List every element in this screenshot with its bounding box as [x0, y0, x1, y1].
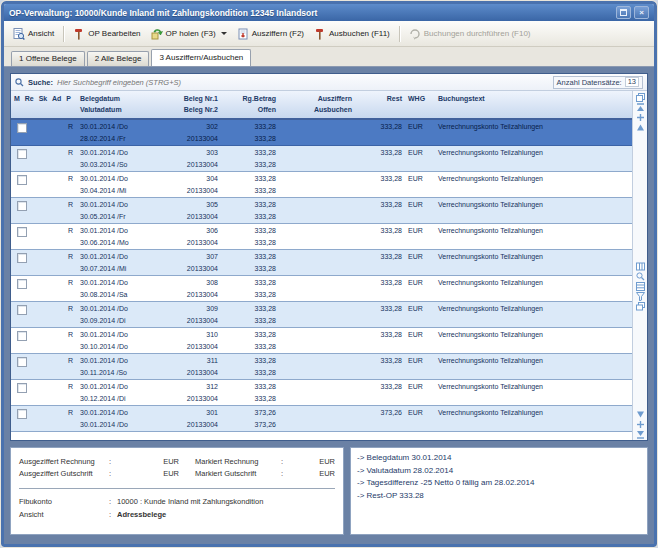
page-up-icon[interactable]	[635, 112, 646, 122]
row-dates: 30.01.2014 /Do30.08.2014 /Sa	[77, 276, 165, 301]
document-table: Suche: Anzahl Datensätze: 13 M Re Sk Ad …	[10, 73, 648, 441]
row-flag: R	[31, 380, 77, 405]
scroll-down-icon[interactable]	[635, 409, 646, 419]
row-checkbox[interactable]	[17, 175, 27, 185]
row-whg: EUR	[405, 354, 435, 379]
dropdown-caret-icon[interactable]	[221, 32, 227, 35]
ansicht-button[interactable]: Ansicht	[8, 25, 59, 43]
table-row[interactable]: R30.01.2014 /Do30.06.2014 /Mo30620133004…	[11, 224, 632, 250]
row-dates: 30.01.2014 /Do30.09.2014 /Di	[77, 302, 165, 327]
column-header-whg[interactable]: WHG	[405, 91, 435, 118]
row-checkbox[interactable]	[17, 383, 27, 393]
column-header-betrag[interactable]: Rg.BetragOffen	[221, 91, 279, 118]
table-row[interactable]: R30.01.2014 /Do30.09.2014 /Di30920133004…	[11, 302, 632, 328]
row-checkbox[interactable]	[17, 227, 27, 237]
op-bearbeiten-button[interactable]: OP Bearbeiten	[68, 25, 145, 43]
row-dates: 30.01.2014 /Do30.07.2014 /Mi	[77, 250, 165, 275]
zoom-icon[interactable]	[635, 272, 646, 282]
page-down-icon[interactable]	[635, 419, 646, 429]
row-dates: 30.01.2014 /Do30.01.2014 /Do	[77, 406, 165, 431]
hammer-icon	[314, 28, 326, 40]
close-button[interactable]: ×	[634, 6, 649, 19]
row-checkbox[interactable]	[17, 331, 27, 341]
scroll-up-icon[interactable]	[635, 122, 646, 132]
row-belegnr: 31120133004	[165, 354, 221, 379]
row-checkbox[interactable]	[17, 149, 27, 159]
columns-icon[interactable]	[635, 262, 646, 272]
table-row[interactable]: R30.01.2014 /Do30.04.2014 /Mi30420133004…	[11, 172, 632, 198]
column-header-rest[interactable]: Rest	[355, 91, 405, 118]
row-betrag: 333,28333,28	[221, 250, 279, 275]
row-betrag: 333,28333,28	[221, 380, 279, 405]
column-header-flags[interactable]: M Re Sk Ad P	[11, 91, 77, 118]
record-count: Anzahl Datensätze: 13	[553, 76, 643, 89]
row-flag: R	[31, 198, 77, 223]
row-belegnr: 30820133004	[165, 276, 221, 301]
ausziffern-button[interactable]: Ausziffern (F2)	[232, 25, 309, 43]
search-bar: Suche: Anzahl Datensätze: 13	[11, 74, 647, 91]
info-line-belegdatum: -> Belegdatum 30.01.2014	[357, 452, 641, 465]
sum-icon[interactable]	[635, 282, 646, 292]
column-header-belegdatum[interactable]: BelegdatumValutadatum	[77, 91, 165, 118]
windows-icon[interactable]	[635, 302, 646, 312]
row-dates: 30.01.2014 /Do30.03.2014 /So	[77, 146, 165, 171]
markiert-gutschrift-label: Markiert Gutschrift	[195, 468, 281, 480]
row-whg: EUR	[405, 406, 435, 431]
table-row[interactable]: R30.01.2014 /Do30.05.2014 /Fr30520133004…	[11, 198, 632, 224]
info-line-valutadatum: -> Valutadatum 28.02.2014	[357, 465, 641, 478]
column-header-ausziffern[interactable]: AusziffernAusbuchen	[279, 91, 355, 118]
table-row[interactable]: R30.01.2014 /Do30.07.2014 /Mi30720133004…	[11, 250, 632, 276]
ausbuchen-button[interactable]: Ausbuchen (F11)	[309, 25, 395, 43]
copy-grid-icon[interactable]	[635, 92, 646, 102]
search-label: Suche:	[28, 78, 53, 87]
table-row[interactable]: R30.01.2014 /Do30.11.2014 /So31120133004…	[11, 354, 632, 380]
op-holen-button[interactable]: OP holen (F3)	[146, 25, 232, 43]
row-checkbox[interactable]	[17, 357, 27, 367]
column-header-buchungstext[interactable]: Buchungstext	[435, 91, 632, 118]
table-row[interactable]: R30.01.2014 /Do30.01.2014 /Do30120133004…	[11, 406, 632, 432]
row-checkbox[interactable]	[17, 201, 27, 211]
table-scrollbar[interactable]	[632, 91, 647, 440]
row-belegnr: 30320133004	[165, 146, 221, 171]
scroll-to-bottom-icon[interactable]	[635, 429, 646, 439]
table-row[interactable]: R30.01.2014 /Do30.03.2014 /So30320133004…	[11, 146, 632, 172]
column-header-belegnr[interactable]: Beleg Nr.1Beleg Nr.2	[165, 91, 221, 118]
row-checkbox[interactable]	[17, 253, 27, 263]
tab-ausziffern-ausbuchen[interactable]: 3 Ausziffern/Ausbuchen	[151, 49, 251, 66]
row-flag: R	[31, 146, 77, 171]
restore-button[interactable]	[616, 6, 631, 19]
filter-icon[interactable]	[635, 292, 646, 302]
row-checkbox[interactable]	[17, 305, 27, 315]
row-checkbox[interactable]	[17, 409, 27, 419]
info-line-rest-op: -> Rest-OP 333.28	[357, 490, 641, 503]
row-ausziffern	[279, 354, 355, 379]
row-buchungstext: Verrechnungskonto Teilzahlungen	[435, 328, 632, 353]
row-flag: R	[31, 120, 77, 145]
tab-offene-belege[interactable]: 1 Offene Belege	[11, 51, 85, 66]
row-checkbox[interactable]	[17, 279, 27, 289]
bottom-panels: Ausgeziffert Rechnung : EUR Markiert Rec…	[10, 447, 648, 535]
row-belegnr: 30920133004	[165, 302, 221, 327]
row-belegnr: 30220133004	[165, 120, 221, 145]
table-row[interactable]: R30.01.2014 /Do28.02.2014 /Fr30220133004…	[11, 120, 632, 146]
app-window: OP-Verwaltung: 10000/Kunde Inland mit Za…	[1, 1, 657, 547]
row-rest: 333,28	[355, 224, 405, 249]
row-belegnr: 30420133004	[165, 172, 221, 197]
scroll-to-top-icon[interactable]	[635, 102, 646, 112]
row-rest: 373,26	[355, 406, 405, 431]
row-rest: 333,28	[355, 120, 405, 145]
table-body: R30.01.2014 /Do28.02.2014 /Fr30220133004…	[11, 120, 632, 440]
search-input[interactable]	[57, 78, 549, 87]
table-row[interactable]: R30.01.2014 /Do30.10.2014 /Do31020133004…	[11, 328, 632, 354]
tab-alle-belege[interactable]: 2 Alle Belege	[87, 51, 150, 66]
table-row[interactable]: R30.01.2014 /Do30.08.2014 /Sa30820133004…	[11, 276, 632, 302]
row-flag: R	[31, 354, 77, 379]
record-count-value: 13	[625, 77, 639, 87]
row-checkbox[interactable]	[17, 123, 27, 133]
table-row[interactable]: R30.01.2014 /Do30.12.2014 /Di31220133004…	[11, 380, 632, 406]
ansicht-value: Adressbelege	[117, 509, 335, 522]
ausgeziffert-gutschrift-label: Ausgeziffert Gutschrift	[19, 468, 109, 480]
row-flag: R	[31, 172, 77, 197]
fetch-op-icon	[151, 28, 163, 40]
row-ausziffern	[279, 224, 355, 249]
